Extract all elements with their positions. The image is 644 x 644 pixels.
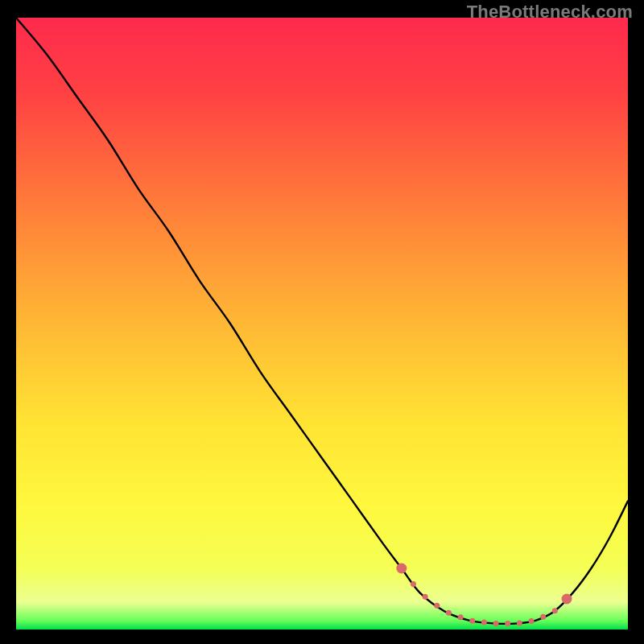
gradient-background bbox=[16, 18, 628, 630]
svg-point-1 bbox=[562, 594, 572, 605]
svg-point-11 bbox=[517, 621, 522, 626]
svg-point-3 bbox=[423, 594, 428, 600]
svg-point-9 bbox=[493, 621, 499, 626]
svg-point-0 bbox=[396, 564, 407, 574]
svg-point-12 bbox=[529, 618, 535, 624]
svg-point-7 bbox=[469, 618, 475, 624]
svg-point-2 bbox=[411, 581, 416, 587]
svg-point-8 bbox=[481, 619, 487, 625]
svg-point-4 bbox=[434, 603, 440, 609]
chart-container: TheBottleneck.com bbox=[0, 0, 644, 644]
svg-point-14 bbox=[552, 608, 558, 613]
svg-point-13 bbox=[540, 614, 546, 620]
watermark-text: TheBottleneck.com bbox=[467, 2, 633, 23]
svg-point-5 bbox=[446, 610, 452, 616]
svg-point-6 bbox=[458, 614, 464, 620]
svg-point-10 bbox=[505, 621, 510, 626]
bottleneck-chart bbox=[0, 0, 644, 644]
